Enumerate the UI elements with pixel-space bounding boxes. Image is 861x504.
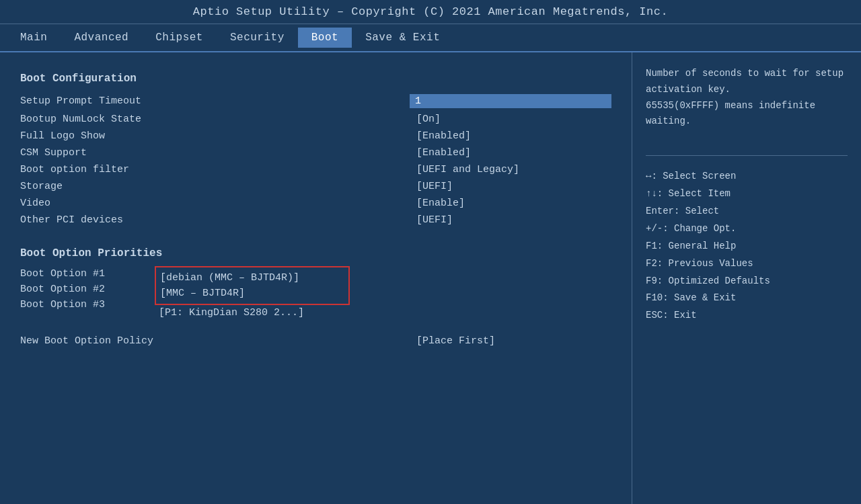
config-value: [UEFI] [410, 214, 611, 226]
boot-option-value-outside[interactable]: [P1: KingDian S280 2...] [155, 305, 350, 321]
right-panel: Number of seconds to wait for setup acti… [632, 52, 861, 504]
boot-labels: Boot Option #1Boot Option #2 [20, 266, 155, 297]
config-value: [UEFI] [410, 181, 611, 192]
boot-config-header: Boot Configuration [20, 73, 611, 85]
config-label: CSM Support [20, 147, 410, 159]
boot-option-label-outside: Boot Option #3 [20, 297, 155, 312]
boot-option-label: Boot Option #1 [20, 266, 155, 282]
left-panel: Boot Configuration Setup Prompt Timeout1… [0, 52, 632, 504]
config-row: Bootup NumLock State[On] [20, 111, 611, 128]
new-boot-policy-row: New Boot Option Policy [Place First] [20, 333, 611, 349]
boot-option-value[interactable]: [debian (MMC – BJTD4R)] [160, 270, 344, 286]
config-value: [Enabled] [410, 130, 611, 142]
help-text: Number of seconds to wait for setup acti… [646, 66, 848, 130]
key-legend-line: F2: Previous Values [646, 255, 848, 273]
boot-options-box: [debian (MMC – BJTD4R)][MMC – BJTD4R] [155, 266, 350, 305]
boot-priorities-header: Boot Option Priorities [20, 247, 611, 259]
key-legend-line: F9: Optimized Defaults [646, 273, 848, 290]
config-row: Other PCI devices[UEFI] [20, 212, 611, 228]
config-label: Boot option filter [20, 164, 410, 175]
key-legend-line: F10: Save & Exit [646, 290, 848, 307]
config-value: [UEFI and Legacy] [410, 164, 611, 175]
menu-item-chipset[interactable]: Chipset [142, 28, 217, 48]
boot-options-container: Boot Option #1Boot Option #2 Boot Option… [20, 266, 611, 321]
title-text: Aptio Setup Utility – Copyright (C) 2021… [193, 5, 668, 18]
config-label: Storage [20, 181, 410, 192]
config-label: Full Logo Show [20, 130, 410, 142]
boot-label-outside: Boot Option #3 [20, 297, 155, 312]
config-row: Video[Enable] [20, 195, 611, 212]
menu-item-security[interactable]: Security [217, 28, 298, 48]
menu-item-save--exit[interactable]: Save & Exit [352, 28, 453, 48]
menu-item-advanced[interactable]: Advanced [61, 28, 142, 48]
config-row: Boot option filter[UEFI and Legacy] [20, 161, 611, 178]
config-value: [Enabled] [410, 147, 611, 159]
menu-bar: MainAdvancedChipsetSecurityBootSave & Ex… [0, 24, 861, 52]
title-bar: Aptio Setup Utility – Copyright (C) 2021… [0, 0, 861, 24]
config-row: CSM Support[Enabled] [20, 144, 611, 161]
key-legend-line: ↔: Select Screen [646, 168, 848, 185]
config-label: Bootup NumLock State [20, 114, 410, 125]
bios-setup-app: Aptio Setup Utility – Copyright (C) 2021… [0, 0, 861, 504]
boot-values-outside: [P1: KingDian S280 2...] [155, 305, 350, 321]
config-row: Full Logo Show[Enabled] [20, 128, 611, 144]
config-value: [On] [410, 114, 611, 125]
key-legend-line: +/-: Change Opt. [646, 220, 848, 238]
config-rows: Setup Prompt Timeout1Bootup NumLock Stat… [20, 91, 611, 228]
key-legend: ↔: Select Screen↑↓: Select ItemEnter: Se… [646, 168, 848, 325]
menu-item-boot[interactable]: Boot [298, 28, 352, 48]
boot-option-value[interactable]: [MMC – BJTD4R] [160, 286, 344, 301]
new-boot-policy-label: New Boot Option Policy [20, 335, 410, 347]
config-label: Setup Prompt Timeout [20, 95, 410, 107]
menu-item-main[interactable]: Main [7, 28, 61, 48]
key-legend-line: ESC: Exit [646, 307, 848, 325]
new-boot-policy-value: [Place First] [410, 335, 611, 347]
config-value[interactable]: 1 [410, 94, 611, 108]
key-legend-line: ↑↓: Select Item [646, 185, 848, 203]
config-label: Other PCI devices [20, 214, 410, 226]
config-row: Storage[UEFI] [20, 178, 611, 195]
divider [646, 155, 848, 156]
boot-option-label: Boot Option #2 [20, 282, 155, 297]
boot-values-inbox: [debian (MMC – BJTD4R)][MMC – BJTD4R] [160, 270, 344, 301]
main-content: Boot Configuration Setup Prompt Timeout1… [0, 52, 861, 504]
key-legend-line: F1: General Help [646, 238, 848, 255]
config-row: Setup Prompt Timeout1 [20, 91, 611, 111]
key-legend-line: Enter: Select [646, 203, 848, 220]
config-label: Video [20, 198, 410, 209]
config-value: [Enable] [410, 198, 611, 209]
